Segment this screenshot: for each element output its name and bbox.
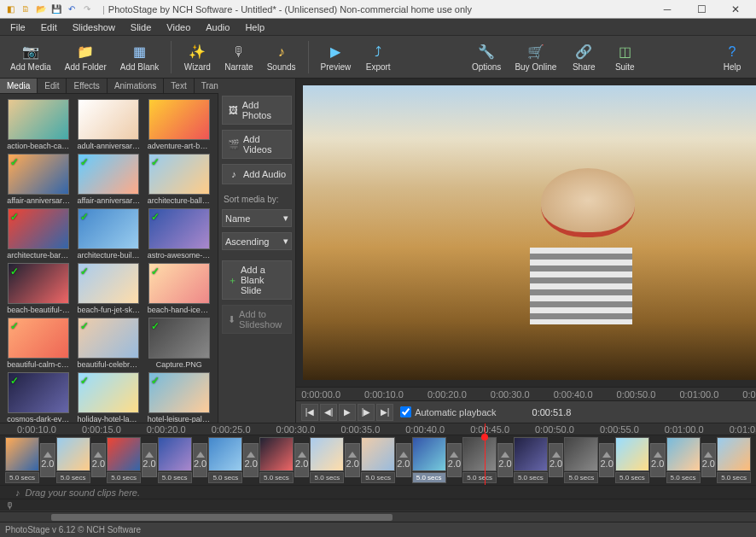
timeline-clip[interactable]: 5.0 secs	[514, 437, 548, 483]
transition[interactable]: 2.0	[701, 443, 717, 477]
skip-start-button[interactable]: |◀	[301, 404, 318, 421]
menu-audio[interactable]: Audio	[199, 20, 236, 34]
minimize-button[interactable]: ─	[650, 0, 684, 19]
menu-help[interactable]: Help	[238, 20, 271, 34]
transition[interactable]: 2.0	[549, 443, 564, 477]
media-thumb[interactable]: ✓hotel-leisure-palm-...	[146, 372, 212, 423]
skip-end-button[interactable]: ▶|	[376, 404, 393, 421]
maximize-button[interactable]: ☐	[684, 0, 718, 19]
preview-ruler[interactable]: 0:00:00.00:00:10.00:00:20.00:00:30.00:00…	[296, 387, 756, 400]
add-blank-button[interactable]: ▦Add Blank	[115, 41, 165, 73]
menu-edit[interactable]: Edit	[34, 20, 64, 34]
transition[interactable]: 2.0	[142, 443, 157, 477]
next-button[interactable]: |▶	[358, 404, 375, 421]
menu-slideshow[interactable]: Slideshow	[66, 20, 122, 34]
sort-field-select[interactable]: Name▾	[222, 209, 292, 227]
tab-animations[interactable]: Animations	[108, 79, 164, 93]
preview-button[interactable]: ▶Preview	[316, 41, 357, 73]
media-thumb[interactable]: ✓architecture-ballo...	[146, 154, 212, 205]
suite-button[interactable]: ◫Suite	[606, 41, 643, 73]
export-button[interactable]: ⤴Export	[359, 41, 397, 73]
close-button[interactable]: ✕	[718, 0, 753, 19]
tab-text[interactable]: Text	[164, 79, 194, 93]
media-thumb[interactable]: ✓beautiful-celebrati...	[75, 318, 142, 369]
media-thumb[interactable]: ✓beautiful-calm-clo...	[5, 318, 72, 369]
add-photos-button[interactable]: 🖼Add Photos	[222, 96, 292, 125]
playhead[interactable]	[485, 423, 486, 485]
transition[interactable]: 2.0	[294, 443, 310, 477]
media-thumb[interactable]: ✓beach-beautiful-bi...	[5, 263, 72, 314]
timeline-clip[interactable]: 5.0 secs	[56, 437, 90, 483]
transition[interactable]: 2.0	[91, 443, 107, 477]
new-icon[interactable]: 🗎	[19, 3, 32, 16]
open-icon[interactable]: 📂	[34, 3, 48, 16]
media-thumb[interactable]: ✓affair-anniversary...	[5, 154, 72, 205]
transition[interactable]: 2.0	[396, 443, 411, 477]
add-media-button[interactable]: 📷Add Media	[5, 41, 56, 73]
share-button[interactable]: 🔗Share	[565, 41, 602, 73]
narrate-button[interactable]: 🎙Narrate	[219, 41, 258, 73]
transition[interactable]: 2.0	[243, 443, 259, 477]
timeline-clip[interactable]: 5.0 secs	[107, 437, 141, 483]
media-thumb[interactable]: ✓astro-awesome-bl...	[146, 208, 212, 260]
narration-track[interactable]: 🎙	[0, 499, 756, 511]
add-folder-button[interactable]: 📁Add Folder	[60, 41, 112, 73]
timeline-clip[interactable]: 5.0 secs	[361, 437, 395, 483]
add-videos-button[interactable]: 🎬Add Videos	[222, 130, 292, 159]
media-thumb[interactable]: action-beach-care...	[5, 99, 72, 150]
prev-button[interactable]: ◀|	[320, 404, 337, 421]
menu-slide[interactable]: Slide	[124, 20, 158, 34]
sounds-button[interactable]: ♪Sounds	[262, 41, 301, 73]
transition[interactable]: 2.0	[447, 443, 462, 477]
media-thumb[interactable]: ✓Capture.PNG	[146, 318, 212, 369]
undo-icon[interactable]: ↶	[65, 3, 79, 16]
transition[interactable]: 2.0	[345, 443, 360, 477]
sound-track[interactable]: ♪Drag your sound clips here.	[0, 485, 756, 499]
help-button[interactable]: ?Help	[713, 41, 751, 73]
transition[interactable]: 2.0	[193, 443, 208, 477]
tab-media[interactable]: Media	[0, 79, 38, 93]
media-thumb[interactable]: adventure-art-ball...	[146, 99, 212, 150]
timeline-clip[interactable]: 5.0 secs	[666, 437, 701, 483]
auto-playback-checkbox[interactable]: Automatic playback	[400, 406, 496, 417]
timeline-clip[interactable]: 5.0 secs	[310, 437, 344, 483]
media-thumb[interactable]: ✓cosmos-dark-eveni...	[5, 372, 72, 423]
timeline-clip[interactable]: 5.0 secs	[208, 437, 242, 483]
sort-order-select[interactable]: Ascending▾	[222, 232, 292, 250]
transition[interactable]: 2.0	[497, 443, 513, 477]
media-thumb[interactable]: ✓architecture-barg...	[5, 208, 72, 260]
menu-video[interactable]: Video	[160, 20, 197, 34]
timeline-clip[interactable]: 5.0 secs	[5, 437, 39, 483]
timeline-clip[interactable]: 5.0 secs	[412, 437, 446, 483]
transition[interactable]: 2.0	[40, 443, 55, 477]
add-blank-slide-button[interactable]: ＋Add a Blank Slide	[222, 260, 292, 300]
tab-effects[interactable]: Effects	[67, 79, 107, 93]
media-thumb[interactable]: adult-anniversary...	[75, 99, 142, 150]
timeline-clip[interactable]: 5.0 secs	[615, 437, 649, 483]
horizontal-scrollbar[interactable]	[0, 511, 756, 522]
media-thumb[interactable]: ✓beach-hand-ice-cr...	[146, 263, 212, 314]
menu-file[interactable]: File	[3, 20, 32, 34]
media-thumb[interactable]: ✓beach-fun-jet-ski-...	[75, 263, 142, 314]
play-button[interactable]: ▶	[339, 404, 356, 421]
save-icon[interactable]: 💾	[49, 3, 63, 16]
timeline-track[interactable]: 5.0 secs2.05.0 secs2.05.0 secs2.05.0 sec…	[0, 435, 756, 485]
timeline-clip[interactable]: 5.0 secs	[158, 437, 192, 483]
scrollbar-thumb[interactable]	[51, 514, 393, 521]
add-to-slideshow-button[interactable]: ⬇Add to Slideshow	[222, 305, 292, 334]
timeline-clip[interactable]: 5.0 secs	[259, 437, 294, 483]
transition[interactable]: 2.0	[650, 443, 666, 477]
timeline-clip[interactable]: 5.0 secs	[717, 437, 751, 483]
tab-edit[interactable]: Edit	[38, 79, 67, 93]
timeline-clip[interactable]: 5.0 secs	[564, 437, 598, 483]
transition[interactable]: 2.0	[599, 443, 614, 477]
timeline-clip[interactable]: 5.0 secs	[462, 437, 497, 483]
buy-button[interactable]: 🛒Buy Online	[509, 41, 561, 73]
redo-icon[interactable]: ↷	[80, 3, 94, 16]
wizard-button[interactable]: ✨Wizard	[178, 41, 216, 73]
media-thumb[interactable]: ✓holiday-hotel-las-v...	[75, 372, 142, 423]
media-thumb[interactable]: ✓affair-anniversary...	[75, 154, 142, 205]
add-audio-button[interactable]: ♪Add Audio	[222, 164, 292, 184]
media-thumb[interactable]: ✓architecture-buildi...	[75, 208, 142, 260]
timeline-ruler[interactable]: 0:00:10.00:00:15.00:00:20.00:00:25.00:00…	[0, 423, 756, 435]
